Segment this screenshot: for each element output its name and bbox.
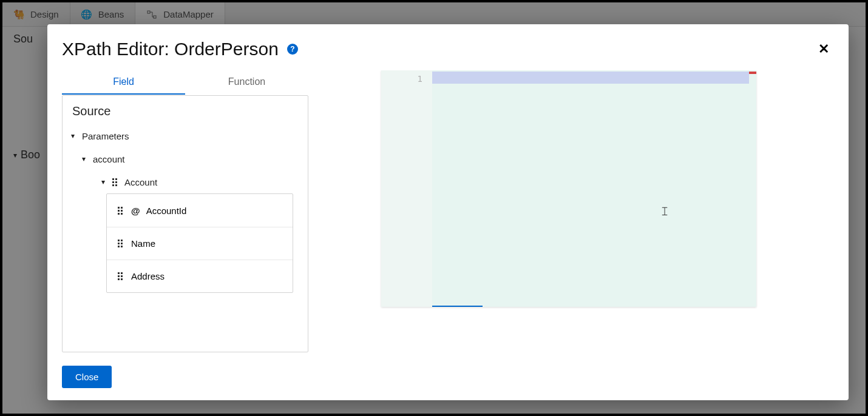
help-icon[interactable]: ?	[287, 44, 298, 55]
editor-text-area[interactable]	[432, 70, 756, 307]
drag-grip-icon[interactable]	[118, 272, 125, 281]
tree-leaf-accountid[interactable]: @ AccountId	[107, 194, 293, 227]
source-title: Source	[63, 96, 308, 124]
xpath-editor-modal: XPath Editor: OrderPerson ? ✕ Field Func…	[47, 24, 849, 400]
tab-field[interactable]: Field	[62, 70, 185, 95]
tree-leaf-address[interactable]: Address	[107, 260, 293, 292]
tree-leaf-label: Address	[131, 271, 164, 281]
close-button[interactable]: Close	[62, 366, 112, 388]
tab-function[interactable]: Function	[185, 70, 308, 95]
tree-scroll[interactable]: ▾ Parameters ▾ account ▾ Account	[63, 124, 308, 352]
attribute-icon: @	[131, 206, 140, 216]
code-editor[interactable]: 1	[381, 70, 756, 307]
tree-label: Account	[124, 177, 157, 187]
tree-node-account-lc[interactable]: ▾ account	[63, 147, 308, 170]
tree-node-account[interactable]: ▾ Account	[63, 170, 308, 193]
modal-footer: Close	[62, 352, 834, 388]
drag-grip-icon[interactable]	[118, 240, 125, 248]
line-number: 1	[381, 74, 422, 84]
tree-leaf-label: Name	[131, 238, 155, 249]
tree-node-parameters[interactable]: ▾ Parameters	[63, 124, 308, 147]
chevron-down-icon: ▾	[69, 132, 77, 140]
current-line-highlight	[432, 72, 749, 84]
left-subtabs: Field Function	[62, 70, 308, 95]
modal-header: XPath Editor: OrderPerson ? ✕	[62, 39, 834, 59]
tree-leaf-label: AccountId	[146, 206, 187, 216]
tree-leaves: @ AccountId Name Address	[106, 193, 293, 293]
editor-underline	[432, 306, 483, 307]
error-marker	[749, 72, 756, 74]
drag-grip-icon[interactable]	[112, 178, 120, 186]
drag-grip-icon[interactable]	[118, 206, 125, 215]
close-icon[interactable]: ✕	[813, 39, 834, 59]
modal-title: XPath Editor: OrderPerson	[62, 39, 279, 59]
chevron-down-icon: ▾	[99, 178, 107, 186]
tree-label: Parameters	[82, 131, 129, 141]
chevron-down-icon: ▾	[80, 155, 88, 163]
tree-label: account	[93, 154, 125, 164]
source-panel: Source ▾ Parameters ▾ account ▾ Account	[62, 95, 308, 352]
editor-gutter: 1	[381, 70, 432, 307]
tree-leaf-name[interactable]: Name	[107, 227, 293, 260]
